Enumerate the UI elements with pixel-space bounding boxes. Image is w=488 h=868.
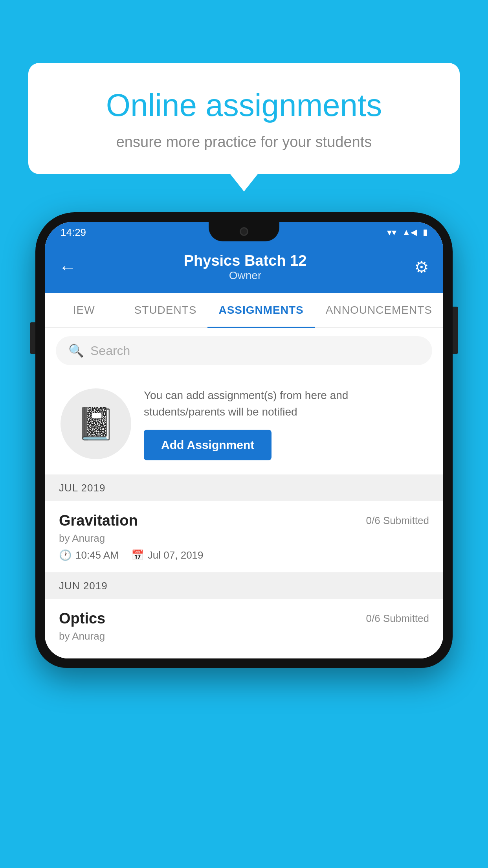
status-time: 14:29 — [61, 226, 86, 239]
assignment-submitted: 0/6 Submitted — [366, 515, 429, 527]
app-header: ← Physics Batch 12 Owner ⚙ — [45, 243, 443, 293]
speech-bubble: Online assignments ensure more practice … — [28, 63, 460, 174]
phone-notch — [209, 222, 279, 241]
power-button — [453, 307, 458, 354]
notebook-icon: 📓 — [76, 405, 116, 442]
tab-announcements[interactable]: ANNOUNCEMENTS — [315, 293, 443, 327]
signal-icon: ▲◀ — [402, 227, 417, 237]
search-container: 🔍 Search — [45, 328, 443, 373]
speech-bubble-title: Online assignments — [60, 86, 428, 124]
section-header-jun-2019: JUN 2019 — [45, 573, 443, 599]
tab-students[interactable]: STUDENTS — [123, 293, 208, 327]
assignment-name: Gravitation — [59, 512, 138, 529]
search-bar[interactable]: 🔍 Search — [56, 336, 432, 365]
volume-button — [30, 322, 35, 354]
tab-assignments[interactable]: ASSIGNMENTS — [207, 293, 314, 327]
optics-name: Optics — [59, 610, 105, 627]
tabs-bar: IEW STUDENTS ASSIGNMENTS ANNOUNCEMENTS — [45, 293, 443, 328]
assignment-item-gravitation[interactable]: Gravitation 0/6 Submitted by Anurag 🕐 10… — [45, 501, 443, 573]
assignment-time-value: 10:45 AM — [75, 549, 119, 561]
promo-description: You can add assignment(s) from here and … — [144, 387, 427, 420]
tab-iew[interactable]: IEW — [45, 293, 123, 327]
phone-screen: 14:29 ▾▾ ▲◀ ▮ ← Physics Batch 12 Owner ⚙… — [45, 222, 443, 658]
search-icon: 🔍 — [68, 343, 84, 358]
promo-card: Online assignments ensure more practice … — [28, 63, 460, 174]
assignment-date-value: Jul 07, 2019 — [148, 549, 204, 561]
assignment-item-optics[interactable]: Optics 0/6 Submitted by Anurag — [45, 599, 443, 658]
camera-lens — [240, 227, 248, 236]
promo-section: 📓 You can add assignment(s) from here an… — [45, 373, 443, 475]
clock-icon: 🕐 — [59, 549, 72, 561]
add-assignment-button[interactable]: Add Assignment — [144, 430, 272, 460]
battery-icon: ▮ — [423, 227, 427, 237]
optics-submitted: 0/6 Submitted — [366, 612, 429, 625]
settings-icon[interactable]: ⚙ — [414, 257, 429, 277]
speech-bubble-subtitle: ensure more practice for your students — [60, 134, 428, 151]
assignment-time: 🕐 10:45 AM — [59, 549, 119, 561]
section-header-jul-2019: JUL 2019 — [45, 475, 443, 501]
calendar-icon: 📅 — [131, 549, 144, 561]
optics-author: by Anurag — [59, 630, 429, 642]
phone-frame: 14:29 ▾▾ ▲◀ ▮ ← Physics Batch 12 Owner ⚙… — [35, 212, 453, 668]
back-button[interactable]: ← — [59, 257, 76, 277]
phone-mockup: 14:29 ▾▾ ▲◀ ▮ ← Physics Batch 12 Owner ⚙… — [35, 212, 453, 868]
optics-row1: Optics 0/6 Submitted — [59, 610, 429, 627]
header-subtitle: Owner — [76, 269, 414, 282]
header-title: Physics Batch 12 — [76, 252, 414, 269]
assignment-author: by Anurag — [59, 532, 429, 544]
status-icons: ▾▾ ▲◀ ▮ — [387, 227, 427, 238]
wifi-icon: ▾▾ — [387, 227, 396, 238]
search-placeholder: Search — [90, 344, 130, 358]
assignment-row1: Gravitation 0/6 Submitted — [59, 512, 429, 529]
assignment-meta: 🕐 10:45 AM 📅 Jul 07, 2019 — [59, 549, 429, 561]
header-center: Physics Batch 12 Owner — [76, 252, 414, 282]
assignment-date: 📅 Jul 07, 2019 — [131, 549, 204, 561]
promo-text-area: You can add assignment(s) from here and … — [144, 387, 427, 460]
promo-icon-circle: 📓 — [61, 388, 131, 459]
